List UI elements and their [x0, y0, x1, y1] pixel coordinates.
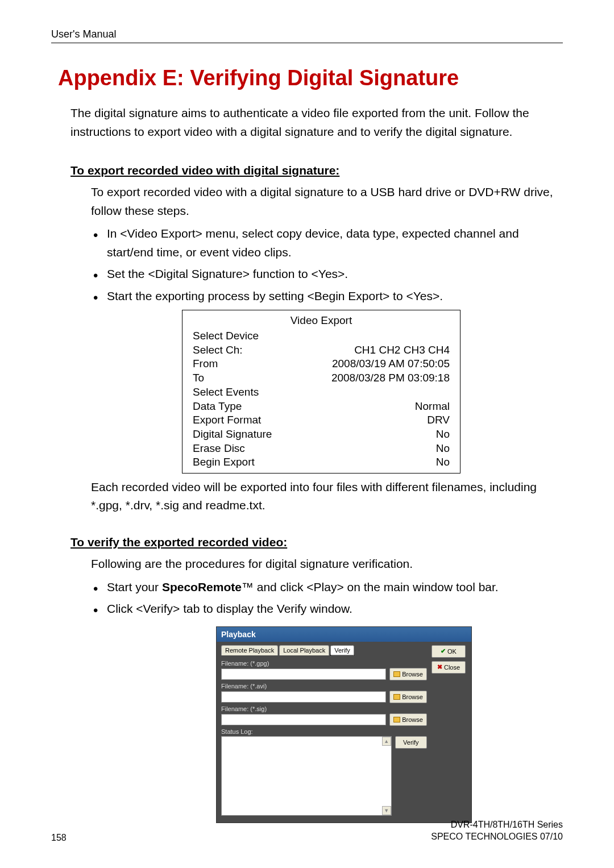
section2-heading: To verify the exported recorded video:: [70, 535, 563, 549]
filename-sig-label: Filename: (*.sig): [221, 705, 427, 712]
tab-remote-playback[interactable]: Remote Playback: [221, 645, 278, 655]
footer-series: DVR-4TH/8TH/16TH Series: [431, 819, 563, 831]
menu-row-label: Export Format: [193, 413, 261, 427]
close-button[interactable]: ✖ Close: [432, 661, 466, 674]
bullet-bold: SpecoRemote: [162, 580, 242, 593]
menu-row-value: 2008/03/28 PM 03:09:18: [331, 371, 450, 385]
browse-avi-button[interactable]: Browse: [389, 691, 427, 703]
section1-bullet: In <Video Export> menu, select copy devi…: [91, 225, 563, 261]
page-footer: 158 DVR-4TH/8TH/16TH Series SPECO TECHNO…: [51, 819, 563, 843]
menu-row-label: To: [193, 371, 204, 385]
browse-sig-button[interactable]: Browse: [389, 713, 427, 726]
ok-button[interactable]: ✔ OK: [432, 645, 466, 658]
menu-row-value: DRV: [427, 413, 450, 427]
playback-dialog: Playback Remote Playback Local Playback …: [216, 626, 472, 823]
page-header: User's Manual: [51, 28, 563, 43]
folder-icon: [393, 694, 400, 700]
browse-label: Browse: [402, 693, 423, 700]
footer-company: SPECO TECHNOLOGIES 07/10: [431, 831, 563, 843]
menu-row-label: Select Events: [193, 385, 259, 400]
section1-heading: To export recorded video with digital si…: [70, 164, 563, 177]
tab-verify[interactable]: Verify: [330, 645, 354, 655]
menu-row-label: Erase Disc: [193, 442, 245, 456]
filename-sig-input[interactable]: [221, 714, 386, 725]
menu-row-label: Select Ch:: [193, 343, 243, 358]
dialog-tabs: Remote Playback Local Playback Verify: [221, 645, 427, 655]
menu-row-label: Digital Signature: [193, 427, 272, 442]
browse-label: Browse: [402, 671, 423, 678]
menu-row-label: From: [193, 357, 218, 371]
filename-gpg-label: Filename: (*.gpg): [221, 660, 427, 667]
menu-row-value: No: [436, 455, 450, 470]
section1-bullet-list: In <Video Export> menu, select copy devi…: [91, 225, 563, 305]
appendix-title: Appendix E: Verifying Digital Signature: [58, 66, 563, 90]
section2-bullet: Click <Verify> tab to display the Verify…: [91, 600, 563, 618]
menu-row-value: CH1 CH2 CH3 CH4: [354, 343, 450, 358]
verify-button[interactable]: Verify: [395, 736, 427, 749]
scroll-down-icon[interactable]: ▼: [382, 806, 391, 815]
page-number: 158: [51, 833, 67, 843]
menu-row-label: Select Device: [193, 329, 259, 343]
filename-avi-label: Filename: (*.avi): [221, 683, 427, 690]
menu-row-value: No: [436, 427, 450, 442]
section2-lead: Following are the procedures for digital…: [91, 555, 557, 574]
browse-label: Browse: [402, 716, 423, 723]
x-icon: ✖: [437, 663, 442, 671]
filename-avi-input[interactable]: [221, 691, 386, 703]
section2-bullet: Start your SpecoRemote™ and click <Play>…: [91, 578, 563, 597]
section1-bullet: Start the exporting process by setting <…: [91, 287, 563, 306]
check-icon: ✔: [441, 647, 446, 655]
intro-paragraph: The digital signature aims to authentica…: [70, 104, 563, 141]
dialog-titlebar: Playback: [217, 627, 471, 642]
menu-row-value: No: [436, 442, 450, 456]
status-log-label: Status Log:: [221, 728, 427, 735]
close-label: Close: [444, 664, 460, 671]
section2-bullet-list: Start your SpecoRemote™ and click <Play>…: [91, 578, 563, 618]
menu-row-value: Normal: [415, 400, 450, 414]
section1-lead: To export recorded video with a digital …: [91, 183, 557, 220]
ok-label: OK: [447, 648, 457, 655]
status-log-textarea[interactable]: ▲ ▼: [221, 736, 392, 816]
filename-gpg-input[interactable]: [221, 668, 386, 680]
menu-title: Video Export: [193, 314, 450, 328]
section1-bullet: Set the <Digital Signature> function to …: [91, 265, 563, 284]
video-export-menu-box: Video Export Select Device Select Ch:CH1…: [182, 310, 460, 474]
scroll-up-icon[interactable]: ▲: [382, 737, 391, 746]
bullet-text: ™ and click <Play> on the main window to…: [242, 580, 499, 593]
folder-icon: [393, 717, 400, 722]
menu-row-value: 2008/03/19 AM 07:50:05: [332, 357, 450, 371]
tab-local-playback[interactable]: Local Playback: [279, 645, 329, 655]
browse-gpg-button[interactable]: Browse: [389, 668, 427, 680]
bullet-text: Start your: [107, 580, 162, 593]
folder-icon: [393, 671, 400, 677]
menu-row-label: Begin Export: [193, 455, 255, 470]
menu-row-label: Data Type: [193, 400, 242, 414]
section1-after: Each recorded video will be exported int…: [91, 478, 557, 515]
